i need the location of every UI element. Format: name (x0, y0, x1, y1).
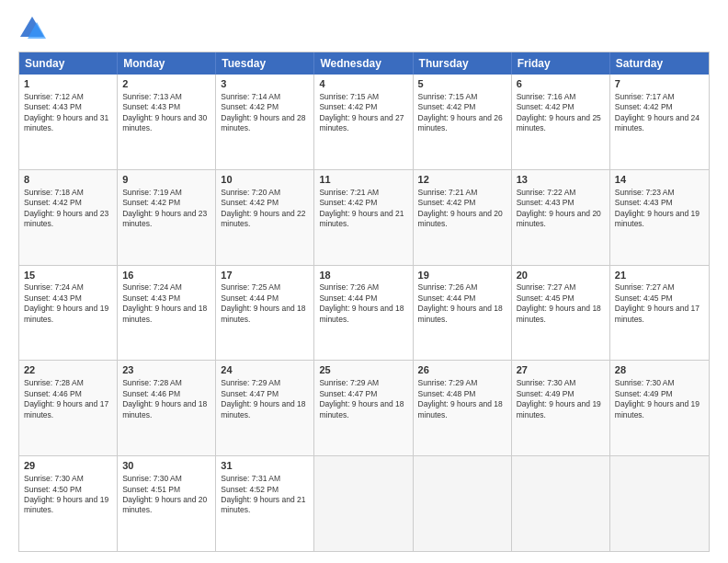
daylight-label: Daylight: 9 hours and 19 minutes. (517, 399, 601, 419)
sunrise-label: Sunrise: 7:30 AM (24, 474, 84, 483)
header-day-sunday: Sunday (19, 52, 118, 75)
day-number: 28 (615, 363, 704, 377)
calendar-cell: 13Sunrise: 7:22 AMSunset: 4:43 PMDayligh… (512, 170, 610, 265)
daylight-label: Daylight: 9 hours and 20 minutes. (122, 495, 207, 514)
calendar-cell: 16Sunrise: 7:24 AMSunset: 4:43 PMDayligh… (118, 266, 216, 361)
daylight-label: Daylight: 9 hours and 28 minutes. (221, 113, 305, 132)
sunrise-label: Sunrise: 7:21 AM (319, 188, 379, 197)
sunrise-label: Sunrise: 7:14 AM (221, 92, 280, 101)
daylight-label: Daylight: 9 hours and 24 minutes. (615, 113, 700, 132)
calendar-cell: 18Sunrise: 7:26 AMSunset: 4:44 PMDayligh… (314, 266, 413, 361)
sunrise-label: Sunrise: 7:24 AM (24, 282, 84, 292)
calendar-cell: 6Sunrise: 7:16 AMSunset: 4:42 PMDaylight… (512, 75, 610, 169)
day-number: 14 (615, 173, 704, 187)
header (18, 15, 710, 42)
sunrise-label: Sunrise: 7:26 AM (319, 282, 379, 292)
calendar-cell (314, 456, 413, 551)
daylight-label: Daylight: 9 hours and 30 minutes. (122, 113, 207, 132)
day-number: 4 (319, 77, 407, 91)
daylight-label: Daylight: 9 hours and 17 minutes. (24, 399, 108, 419)
sunset-label: Sunset: 4:45 PM (517, 293, 574, 303)
sunset-label: Sunset: 4:43 PM (24, 293, 82, 303)
calendar-cell: 27Sunrise: 7:30 AMSunset: 4:49 PMDayligh… (512, 361, 610, 455)
day-number: 27 (517, 363, 605, 377)
sunrise-label: Sunrise: 7:17 AM (615, 92, 675, 101)
calendar-cell: 30Sunrise: 7:30 AMSunset: 4:51 PMDayligh… (118, 456, 216, 551)
sunset-label: Sunset: 4:42 PM (418, 198, 476, 207)
sunset-label: Sunset: 4:42 PM (24, 198, 82, 207)
sunset-label: Sunset: 4:44 PM (221, 293, 279, 303)
daylight-label: Daylight: 9 hours and 21 minutes. (319, 209, 404, 228)
calendar-cell: 29Sunrise: 7:30 AMSunset: 4:50 PMDayligh… (19, 456, 118, 551)
calendar-cell (512, 456, 610, 551)
day-number: 23 (122, 363, 210, 377)
daylight-label: Daylight: 9 hours and 18 minutes. (418, 304, 503, 323)
daylight-label: Daylight: 9 hours and 23 minutes. (122, 209, 207, 228)
sunset-label: Sunset: 4:49 PM (615, 389, 673, 398)
daylight-label: Daylight: 9 hours and 20 minutes. (517, 209, 601, 228)
calendar-cell: 26Sunrise: 7:29 AMSunset: 4:48 PMDayligh… (414, 361, 512, 455)
daylight-label: Daylight: 9 hours and 19 minutes. (24, 304, 108, 323)
calendar-cell: 11Sunrise: 7:21 AMSunset: 4:42 PMDayligh… (314, 170, 413, 265)
calendar-week-3: 15Sunrise: 7:24 AMSunset: 4:43 PMDayligh… (19, 266, 709, 362)
sunset-label: Sunset: 4:44 PM (319, 293, 377, 303)
day-number: 21 (615, 269, 704, 282)
calendar-cell: 20Sunrise: 7:27 AMSunset: 4:45 PMDayligh… (512, 266, 610, 361)
header-day-monday: Monday (118, 52, 216, 75)
header-day-thursday: Thursday (414, 52, 512, 75)
logo (18, 15, 50, 42)
calendar-cell: 25Sunrise: 7:29 AMSunset: 4:47 PMDayligh… (314, 361, 413, 455)
day-number: 20 (517, 269, 605, 282)
calendar-cell: 17Sunrise: 7:25 AMSunset: 4:44 PMDayligh… (216, 266, 314, 361)
day-number: 3 (221, 77, 309, 91)
sunrise-label: Sunrise: 7:19 AM (122, 188, 182, 197)
sunrise-label: Sunrise: 7:29 AM (319, 378, 379, 387)
day-number: 10 (221, 173, 309, 187)
calendar-cell: 21Sunrise: 7:27 AMSunset: 4:45 PMDayligh… (610, 266, 709, 361)
header-day-friday: Friday (512, 52, 610, 75)
day-number: 12 (418, 173, 506, 187)
sunset-label: Sunset: 4:42 PM (319, 102, 377, 111)
calendar-cell (414, 456, 512, 551)
day-number: 13 (517, 173, 605, 187)
calendar-cell: 5Sunrise: 7:15 AMSunset: 4:42 PMDaylight… (414, 75, 512, 169)
daylight-label: Daylight: 9 hours and 21 minutes. (221, 495, 305, 514)
day-number: 1 (24, 77, 112, 91)
calendar-cell: 8Sunrise: 7:18 AMSunset: 4:42 PMDaylight… (19, 170, 118, 265)
sunset-label: Sunset: 4:42 PM (615, 102, 673, 111)
daylight-label: Daylight: 9 hours and 19 minutes. (24, 495, 108, 514)
calendar: SundayMondayTuesdayWednesdayThursdayFrid… (18, 52, 710, 552)
calendar-cell: 7Sunrise: 7:17 AMSunset: 4:42 PMDaylight… (610, 75, 709, 169)
page: SundayMondayTuesdayWednesdayThursdayFrid… (0, 0, 728, 563)
sunrise-label: Sunrise: 7:29 AM (418, 378, 478, 387)
day-number: 22 (24, 363, 112, 377)
daylight-label: Daylight: 9 hours and 17 minutes. (615, 304, 700, 323)
sunset-label: Sunset: 4:42 PM (517, 102, 574, 111)
calendar-cell: 1Sunrise: 7:12 AMSunset: 4:43 PMDaylight… (19, 75, 118, 169)
day-number: 2 (122, 77, 210, 91)
day-number: 11 (319, 173, 407, 187)
sunrise-label: Sunrise: 7:30 AM (122, 474, 182, 483)
calendar-cell: 14Sunrise: 7:23 AMSunset: 4:43 PMDayligh… (610, 170, 709, 265)
sunrise-label: Sunrise: 7:15 AM (418, 92, 478, 101)
day-number: 25 (319, 363, 407, 377)
daylight-label: Daylight: 9 hours and 31 minutes. (24, 113, 108, 132)
sunset-label: Sunset: 4:42 PM (221, 198, 279, 207)
sunset-label: Sunset: 4:47 PM (221, 389, 279, 398)
sunrise-label: Sunrise: 7:18 AM (24, 188, 84, 197)
calendar-cell: 28Sunrise: 7:30 AMSunset: 4:49 PMDayligh… (610, 361, 709, 455)
daylight-label: Daylight: 9 hours and 19 minutes. (615, 399, 700, 419)
daylight-label: Daylight: 9 hours and 18 minutes. (517, 304, 601, 323)
calendar-week-1: 1Sunrise: 7:12 AMSunset: 4:43 PMDaylight… (19, 75, 709, 170)
sunrise-label: Sunrise: 7:27 AM (615, 282, 675, 292)
daylight-label: Daylight: 9 hours and 18 minutes. (122, 399, 207, 419)
day-number: 9 (122, 173, 210, 187)
sunset-label: Sunset: 4:43 PM (122, 102, 180, 111)
sunrise-label: Sunrise: 7:30 AM (517, 378, 576, 387)
sunset-label: Sunset: 4:42 PM (122, 198, 180, 207)
sunrise-label: Sunrise: 7:21 AM (418, 188, 478, 197)
sunset-label: Sunset: 4:42 PM (221, 102, 279, 111)
day-number: 26 (418, 363, 506, 377)
calendar-cell: 15Sunrise: 7:24 AMSunset: 4:43 PMDayligh… (19, 266, 118, 361)
calendar-header: SundayMondayTuesdayWednesdayThursdayFrid… (19, 52, 709, 75)
